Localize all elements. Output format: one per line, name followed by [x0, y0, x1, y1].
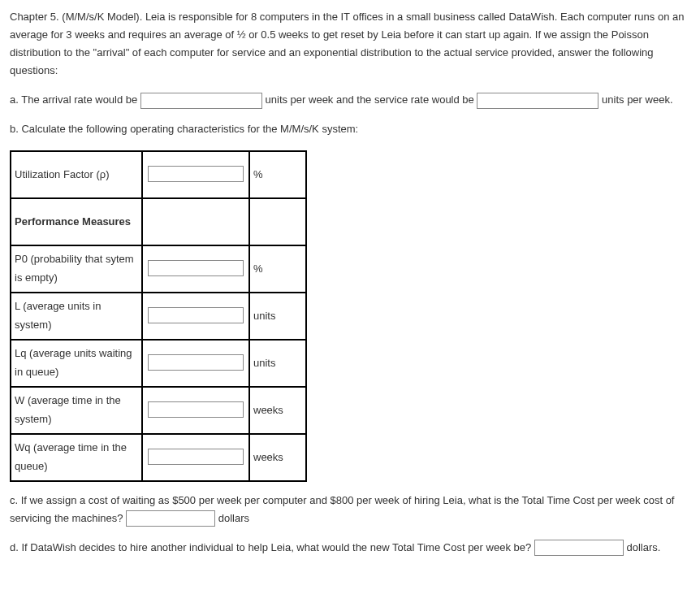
total-time-cost-input[interactable]	[126, 510, 215, 527]
qa-prefix: a. The arrival rate would be	[10, 93, 137, 106]
question-c: c. If we assign a cost of waiting as $50…	[10, 492, 690, 527]
row-input-cell	[142, 387, 249, 434]
problem-intro: Chapter 5. (M/M/s/K Model). Leia is resp…	[10, 8, 690, 80]
qa-mid: units per week and the service rate woul…	[266, 93, 474, 106]
qd-prefix: d. If DataWish decides to hire another i…	[10, 541, 531, 553]
table-row: Lq (average units waiting in queue)units	[11, 340, 306, 387]
qd-suffix: dollars.	[626, 541, 660, 553]
row-label: Utilization Factor (ρ)	[11, 151, 142, 198]
row-input-cell	[142, 151, 249, 198]
table-row: L (average units in system)units	[11, 293, 306, 340]
row-unit: weeks	[249, 387, 306, 434]
row-value-input[interactable]	[148, 354, 244, 371]
operating-characteristics-table: Utilization Factor (ρ)%Performance Measu…	[10, 150, 307, 482]
qc-prefix: c. If we assign a cost of waiting as $50…	[10, 494, 674, 524]
row-unit	[249, 198, 306, 245]
table-row: W (average time in the system)weeks	[11, 387, 306, 434]
qc-suffix: dollars	[218, 512, 249, 524]
table-row: Wq (average time in the queue)weeks	[11, 434, 306, 481]
row-unit: weeks	[249, 434, 306, 481]
table-row: P0 (probability that sytem is empty)%	[11, 245, 306, 293]
row-label: Wq (average time in the queue)	[11, 434, 142, 481]
question-a: a. The arrival rate would be units per w…	[10, 91, 690, 109]
table-row: Utilization Factor (ρ)%	[11, 151, 306, 198]
row-value-input[interactable]	[148, 166, 244, 182]
row-value-input[interactable]	[148, 449, 244, 465]
row-label: Lq (average units waiting in queue)	[11, 340, 142, 387]
service-rate-input[interactable]	[477, 93, 598, 109]
row-value-input[interactable]	[148, 401, 244, 418]
row-input-cell	[142, 198, 249, 245]
qa-suffix: units per week.	[602, 93, 672, 106]
row-label: P0 (probability that sytem is empty)	[11, 245, 142, 293]
row-unit: units	[249, 340, 306, 387]
arrival-rate-input[interactable]	[140, 93, 262, 109]
row-input-cell	[142, 245, 249, 293]
row-value-input[interactable]	[148, 307, 244, 323]
row-unit: units	[249, 293, 306, 340]
question-b: b. Calculate the following operating cha…	[10, 120, 690, 138]
row-label: L (average units in system)	[11, 293, 142, 340]
new-total-time-cost-input[interactable]	[534, 540, 624, 556]
row-input-cell	[142, 293, 249, 340]
question-d: d. If DataWish decides to hire another i…	[10, 539, 690, 557]
table-row: Performance Measures	[11, 198, 306, 245]
row-input-cell	[142, 434, 249, 481]
row-unit: %	[249, 151, 306, 198]
row-value-input[interactable]	[148, 260, 244, 276]
row-input-cell	[142, 340, 249, 387]
row-label: W (average time in the system)	[11, 387, 142, 434]
row-unit: %	[249, 245, 306, 293]
row-label: Performance Measures	[11, 198, 142, 245]
